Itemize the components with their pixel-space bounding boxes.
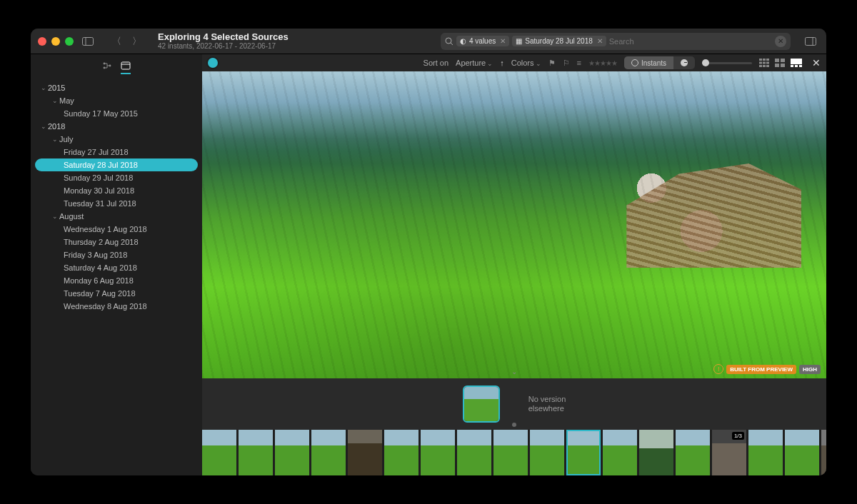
tree-label: 2015 bbox=[48, 84, 65, 92]
sidebar-tab-tree[interactable] bbox=[102, 61, 112, 74]
filmstrip-thumb[interactable] bbox=[603, 430, 637, 475]
minimize-window-button[interactable] bbox=[51, 37, 60, 46]
thumbnail-size-slider[interactable] bbox=[702, 62, 752, 64]
svg-point-2 bbox=[446, 38, 451, 44]
warning-icon[interactable]: ! bbox=[713, 364, 723, 374]
filmstrip-thumb[interactable] bbox=[748, 430, 783, 475]
filmstrip-thumb[interactable]: 1/3 bbox=[712, 430, 746, 475]
filmstrip-thumb[interactable] bbox=[239, 430, 273, 475]
nav-forward-button[interactable]: 〉 bbox=[128, 34, 145, 49]
chip-remove-button[interactable]: ✕ bbox=[597, 37, 603, 45]
expand-handle-icon[interactable]: ⌄ bbox=[511, 368, 517, 376]
main-area: Sort on Aperture ↑ Colors ⚑ ⚐ ≡ ★★★★★ In… bbox=[202, 54, 826, 475]
tree-label: Monday 30 Jul 2018 bbox=[64, 186, 134, 195]
seg-instants[interactable]: Instants bbox=[624, 56, 673, 69]
filmstrip-thumb[interactable] bbox=[348, 430, 382, 475]
tree-day[interactable]: Thursday 2 Aug 2018 bbox=[35, 236, 198, 248]
tree-day[interactable]: Monday 30 Jul 2018 bbox=[35, 184, 198, 197]
sidebar-tabs bbox=[31, 59, 202, 81]
tree-year[interactable]: ⌄2018 bbox=[35, 120, 198, 133]
filter-chip-aperture[interactable]: ◐ 4 values ✕ bbox=[456, 36, 509, 46]
filmstrip-thumb[interactable] bbox=[639, 430, 673, 475]
svg-point-6 bbox=[104, 63, 106, 65]
seg-clock[interactable] bbox=[673, 56, 695, 69]
close-window-button[interactable] bbox=[38, 37, 46, 46]
filter-chip-date[interactable]: ▦ Saturday 28 Jul 2018 ✕ bbox=[512, 36, 606, 46]
flag-filter-icon[interactable]: ⚑ bbox=[548, 59, 556, 68]
sidebar-tab-calendar[interactable] bbox=[121, 61, 131, 74]
filmstrip-thumb[interactable] bbox=[202, 430, 236, 475]
view-grid-large-button[interactable] bbox=[775, 59, 785, 67]
sort-field-dropdown[interactable]: Aperture bbox=[456, 59, 493, 67]
tree-day[interactable]: Friday 27 Jul 2018 bbox=[35, 146, 198, 158]
tree-label: Thursday 2 Aug 2018 bbox=[64, 238, 139, 246]
filmstrip[interactable]: 1/3 bbox=[202, 430, 826, 475]
tree-day[interactable]: Wednesday 1 Aug 2018 bbox=[35, 223, 198, 236]
tree-label: July bbox=[59, 135, 74, 143]
toggle-inspector-button[interactable] bbox=[802, 34, 819, 49]
tree-day[interactable]: Sunday 29 Jul 2018 bbox=[35, 171, 198, 184]
filmstrip-thumb[interactable] bbox=[457, 430, 491, 475]
tree-day[interactable]: Saturday 28 Jul 2018 bbox=[35, 158, 198, 171]
tree-day[interactable]: Sunday 17 May 2015 bbox=[35, 107, 198, 120]
svg-rect-21 bbox=[781, 59, 785, 62]
tree-month[interactable]: ⌄May bbox=[35, 94, 198, 107]
clock-icon bbox=[681, 59, 688, 66]
tree-day[interactable]: Saturday 4 Aug 2018 bbox=[35, 261, 198, 274]
tree-label: Tuesday 31 Jul 2018 bbox=[64, 199, 136, 208]
filmstrip-thumb[interactable] bbox=[821, 430, 826, 475]
view-grid-small-button[interactable] bbox=[759, 59, 769, 67]
tree-month[interactable]: ⌄August bbox=[35, 210, 198, 223]
view-toolbar: Sort on Aperture ↑ Colors ⚑ ⚐ ≡ ★★★★★ In… bbox=[202, 54, 826, 71]
svg-rect-11 bbox=[759, 59, 762, 61]
tree-day[interactable]: Monday 6 Aug 2018 bbox=[35, 274, 198, 287]
svg-rect-18 bbox=[763, 65, 766, 67]
nav-back-button[interactable]: 〈 bbox=[108, 34, 125, 49]
close-view-button[interactable]: ✕ bbox=[812, 57, 821, 69]
filmstrip-thumb[interactable] bbox=[384, 430, 419, 475]
reject-filter-icon[interactable]: ⚐ bbox=[563, 59, 570, 68]
chip-label: 4 values bbox=[469, 37, 496, 45]
calendar-icon: ▦ bbox=[516, 37, 522, 45]
tree-day[interactable]: Friday 3 Aug 2018 bbox=[35, 248, 198, 261]
toggle-sidebar-button[interactable] bbox=[79, 34, 96, 49]
rating-filter[interactable]: ★★★★★ bbox=[588, 59, 617, 67]
zoom-window-button[interactable] bbox=[65, 37, 74, 46]
photo-viewer[interactable]: ! BUILT FROM PREVIEW HIGH ⌄ bbox=[202, 71, 826, 378]
filmstrip-thumb[interactable] bbox=[493, 430, 528, 475]
search-input[interactable] bbox=[609, 37, 772, 46]
app-window: 〈 〉 Exploring 4 Selected Sources 42 inst… bbox=[31, 29, 826, 475]
clear-search-button[interactable]: ✕ bbox=[775, 36, 786, 47]
selected-version-thumb[interactable] bbox=[463, 385, 500, 423]
version-row: No version elsewhere bbox=[202, 378, 826, 430]
filmstrip-thumb[interactable] bbox=[676, 430, 710, 475]
view-mode-buttons bbox=[759, 59, 802, 67]
filmstrip-thumb[interactable] bbox=[785, 430, 819, 475]
source-indicator-icon[interactable] bbox=[208, 58, 218, 68]
tree-day[interactable]: Tuesday 31 Jul 2018 bbox=[35, 197, 198, 210]
chevron-down-icon: ⌄ bbox=[51, 136, 59, 143]
colors-dropdown[interactable]: Colors bbox=[511, 59, 541, 67]
view-filmstrip-button[interactable] bbox=[791, 59, 802, 67]
tree-label: August bbox=[59, 212, 84, 221]
tree-label: Wednesday 8 Aug 2018 bbox=[64, 302, 147, 311]
svg-point-7 bbox=[104, 67, 106, 69]
chip-remove-button[interactable]: ✕ bbox=[500, 37, 506, 45]
tree-day[interactable]: Tuesday 7 Aug 2018 bbox=[35, 287, 198, 300]
search-bar[interactable]: ◐ 4 values ✕ ▦ Saturday 28 Jul 2018 ✕ ✕ bbox=[441, 33, 791, 50]
sort-direction-button[interactable]: ↑ bbox=[500, 59, 504, 67]
filmstrip-thumb[interactable] bbox=[311, 430, 346, 475]
rating-compare-icon[interactable]: ≡ bbox=[577, 59, 581, 67]
photo-badges: ! BUILT FROM PREVIEW HIGH bbox=[713, 364, 821, 374]
svg-rect-23 bbox=[781, 64, 785, 67]
svg-rect-19 bbox=[766, 65, 769, 67]
tree-day[interactable]: Wednesday 8 Aug 2018 bbox=[35, 300, 198, 313]
filmstrip-thumb[interactable] bbox=[275, 430, 309, 475]
tree-label: Tuesday 7 Aug 2018 bbox=[64, 289, 136, 298]
filmstrip-thumb[interactable] bbox=[421, 430, 455, 475]
tree-month[interactable]: ⌄July bbox=[35, 133, 198, 146]
svg-rect-24 bbox=[791, 59, 802, 64]
filmstrip-thumb[interactable] bbox=[566, 430, 601, 475]
filmstrip-thumb[interactable] bbox=[530, 430, 564, 475]
tree-year[interactable]: ⌄2015 bbox=[35, 81, 198, 94]
